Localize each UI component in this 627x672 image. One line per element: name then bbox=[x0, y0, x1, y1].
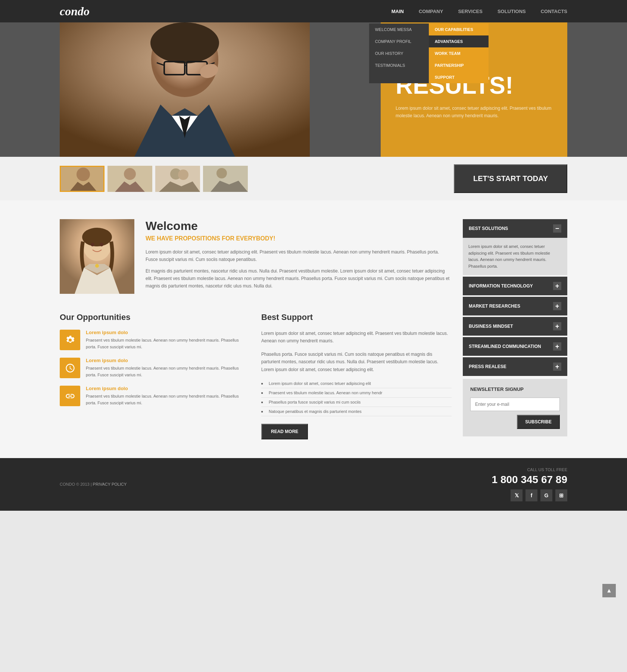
thumbnail-2[interactable] bbox=[107, 166, 152, 192]
support-list-item-3: Phasellus porta fusce suscipit varius mi… bbox=[261, 398, 452, 407]
twitter-icon[interactable]: 𝕏 bbox=[511, 489, 522, 501]
dropdown-history[interactable]: OUR HISTORY bbox=[369, 47, 429, 59]
footer-privacy-link[interactable]: PRIVACY POLICY bbox=[93, 482, 127, 486]
accordion-best-solutions: BEST SOLUTIONS − Lorem ipsum dolor sit a… bbox=[463, 219, 567, 275]
opp-text-3: Praesent ves tibulum molestie lacus. Aen… bbox=[86, 393, 250, 406]
footer-left: CONDO © 2013 | PRIVACY POLICY bbox=[60, 482, 127, 486]
main-nav: MAIN COMPANY SERVICES SOLUTIONS CONTACTS… bbox=[392, 1, 567, 22]
svg-point-25 bbox=[95, 264, 99, 268]
hero-section: REAL RESULTS! Lorem ipsum dolor sit amet… bbox=[0, 22, 627, 157]
nav-item-contacts[interactable]: CONTACTS bbox=[541, 1, 567, 22]
gear-icon bbox=[65, 335, 75, 345]
accordion-info-tech: INFORMATION TECHNOLOGY + bbox=[463, 277, 567, 295]
logo[interactable]: condo bbox=[60, 4, 90, 18]
accordion-label-press-release: PRESS REALESE bbox=[469, 364, 506, 369]
left-column: Welcome WE HAVE PROPOSITIONS FOR EVERYBO… bbox=[60, 219, 452, 439]
accordion-toggle-info-tech[interactable]: + bbox=[553, 282, 561, 290]
svg-point-16 bbox=[178, 169, 188, 180]
thumbnail-3[interactable] bbox=[155, 166, 200, 192]
opp-title-3: Lorem ipsum dolo bbox=[86, 386, 250, 391]
accordion-label-market-researches: MARKET RESEARCHES bbox=[469, 304, 520, 309]
svg-point-13 bbox=[124, 168, 136, 180]
hero-body: Lorem ipsum dolor sit amet, consec tetue… bbox=[396, 105, 552, 119]
welcome-text: Welcome WE HAVE PROPOSITIONS FOR EVERYBO… bbox=[146, 219, 452, 294]
svg-point-11 bbox=[77, 168, 90, 181]
footer: CONDO © 2013 | PRIVACY POLICY CALL US TO… bbox=[0, 458, 627, 511]
read-more-button[interactable]: READ MORE bbox=[261, 424, 308, 439]
welcome-subheading: WE HAVE PROPOSITIONS FOR EVERYBODY! bbox=[146, 235, 452, 243]
thumbnail-1[interactable] bbox=[60, 166, 104, 192]
link-icon bbox=[65, 391, 75, 401]
dropdown-menu: WELCOME MESSA COMPANY PROFIL OUR HISTORY… bbox=[369, 24, 489, 83]
svg-point-22 bbox=[82, 228, 112, 246]
opp-item-3: Lorem ipsum dolo Praesent ves tibulum mo… bbox=[60, 386, 250, 406]
hero-image bbox=[60, 22, 310, 157]
accordion-toggle-press-release[interactable]: + bbox=[553, 363, 561, 371]
dropdown-col1: WELCOME MESSA COMPANY PROFIL OUR HISTORY… bbox=[369, 24, 429, 83]
hero-bottom: LET'S START TODAY bbox=[0, 157, 627, 200]
accordion-header-business-mindset[interactable]: BUSINESS MINDSET + bbox=[463, 317, 567, 336]
accordion-label-info-tech: INFORMATION TECHNOLOGY bbox=[469, 283, 533, 289]
phone-number: 1 800 345 67 89 bbox=[492, 474, 567, 486]
thumbnail-4[interactable] bbox=[203, 166, 248, 192]
nav-item-solutions[interactable]: SOLUTIONS bbox=[497, 1, 526, 22]
clock-icon bbox=[65, 363, 75, 373]
accordion-header-market-researches[interactable]: MARKET RESEARCHES + bbox=[463, 297, 567, 315]
newsletter-email-input[interactable] bbox=[470, 398, 560, 411]
dropdown-support[interactable]: SUPPORT bbox=[429, 71, 489, 83]
opp-item-1: Lorem ipsum dolo Praesent ves tibulum mo… bbox=[60, 330, 250, 350]
accordion-label-best-solutions: BEST SOLUTIONS bbox=[469, 226, 508, 231]
opp-title-1: Lorem ipsum dolo bbox=[86, 330, 250, 335]
nav-item-main[interactable]: MAIN bbox=[392, 1, 404, 22]
toll-free-label: CALL US TOLL FREE bbox=[492, 467, 567, 472]
accordion-header-best-solutions[interactable]: BEST SOLUTIONS − bbox=[463, 219, 567, 238]
nav-item-services[interactable]: SERVICES bbox=[458, 1, 483, 22]
opp-text-1: Praesent ves tibulum molestie lacus. Aen… bbox=[86, 337, 250, 350]
social-icons: 𝕏 f G ⊞ bbox=[492, 489, 567, 501]
support-list-item-1: Lorem ipsum dolor sit amet, consec tetue… bbox=[261, 379, 452, 388]
newsletter-box: NEWSLETTER SIGNUP SUBSCRIBE bbox=[463, 379, 567, 436]
svg-point-18 bbox=[216, 168, 227, 178]
welcome-section: Welcome WE HAVE PROPOSITIONS FOR EVERYBO… bbox=[60, 219, 452, 294]
opp-icon-1 bbox=[60, 330, 80, 350]
accordion-toggle-business-mindset[interactable]: + bbox=[553, 322, 561, 330]
accordion-header-streamlined-comm[interactable]: STREAMLINED COMMUNICATION + bbox=[463, 337, 567, 356]
support-list-item-4: Natoque penatibus et magnis dis parturie… bbox=[261, 407, 452, 416]
opp-content-2: Lorem ipsum dolo Praesent ves tibulum mo… bbox=[86, 358, 250, 378]
thumbnail-strip bbox=[60, 166, 446, 192]
accordion-header-info-tech[interactable]: INFORMATION TECHNOLOGY + bbox=[463, 277, 567, 295]
opportunities-section: Our Opportunities Lorem ipsum dolo Praes… bbox=[60, 312, 250, 439]
accordion-press-release: PRESS REALESE + bbox=[463, 357, 567, 376]
svg-point-24 bbox=[100, 243, 103, 246]
nav-item-company[interactable]: COMPANY bbox=[419, 1, 443, 22]
support-body-1: Lorem ipsum dolor sit amet, consec tetue… bbox=[261, 330, 452, 345]
accordion-body-best-solutions: Lorem ipsum dolor sit amet, consec tetue… bbox=[463, 238, 567, 275]
subscribe-button[interactable]: SUBSCRIBE bbox=[517, 415, 560, 429]
welcome-image bbox=[60, 219, 134, 294]
accordion-header-press-release[interactable]: PRESS REALESE + bbox=[463, 357, 567, 376]
dropdown-company-profile[interactable]: COMPANY PROFIL bbox=[369, 35, 429, 47]
accordion-toggle-streamlined-comm[interactable]: + bbox=[553, 342, 561, 351]
support-heading: Best Support bbox=[261, 312, 452, 322]
newsletter-title: NEWSLETTER SIGNUP bbox=[470, 386, 560, 392]
main-content: Welcome WE HAVE PROPOSITIONS FOR EVERYBO… bbox=[0, 200, 627, 458]
welcome-body-2: Et magnis dis parturient montes, nascetu… bbox=[146, 267, 452, 290]
dropdown-partnership[interactable]: PARTNERSHIP bbox=[429, 59, 489, 71]
dropdown-welcome[interactable]: WELCOME MESSA bbox=[369, 24, 429, 35]
accordion-toggle-best-solutions[interactable]: − bbox=[553, 224, 561, 233]
dropdown-capabilities[interactable]: OUR CAPABILITIES bbox=[429, 24, 489, 35]
support-list: Lorem ipsum dolor sit amet, consec tetue… bbox=[261, 379, 452, 416]
dropdown-testimonials[interactable]: TESTIMONIALS bbox=[369, 59, 429, 71]
dropdown-advantages[interactable]: ADVANTAGES bbox=[429, 35, 489, 47]
opp-text-2: Praesent ves tibulum molestie lacus. Aen… bbox=[86, 365, 250, 378]
opp-icon-3 bbox=[60, 386, 80, 406]
dropdown-work-team[interactable]: WORK TEAM bbox=[429, 47, 489, 59]
opp-item-2: Lorem ipsum dolo Praesent ves tibulum mo… bbox=[60, 358, 250, 378]
accordion-toggle-market-researches[interactable]: + bbox=[553, 302, 561, 310]
facebook-icon[interactable]: f bbox=[525, 489, 537, 501]
opp-title-2: Lorem ipsum dolo bbox=[86, 358, 250, 363]
rss-icon[interactable]: ⊞ bbox=[555, 489, 567, 501]
accordion-label-streamlined-comm: STREAMLINED COMMUNICATION bbox=[469, 344, 541, 349]
googleplus-icon[interactable]: G bbox=[540, 489, 552, 501]
cta-button[interactable]: LET'S START TODAY bbox=[454, 164, 567, 193]
